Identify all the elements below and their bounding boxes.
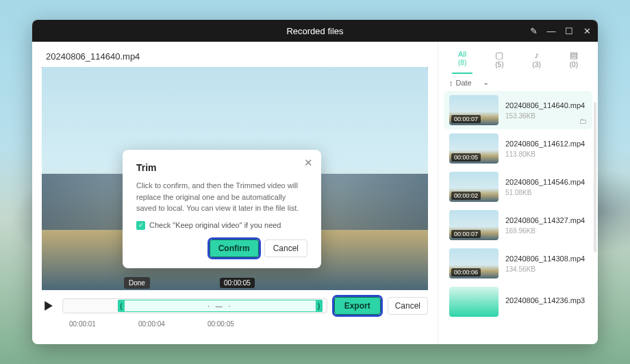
audio-icon: ♪ [521,50,553,60]
sort-icon: ↕ [449,79,453,87]
file-name: 20240806_114546.mp4 [505,178,587,186]
open-folder-icon[interactable]: 🗀 [579,117,587,125]
trim-handle-end[interactable]: ) [316,300,323,311]
file-size: 134.56KB [505,265,587,273]
file-thumbnail: 00:00:07 [449,210,499,240]
file-list: 00:00:0720240806_114640.mp4153.36KB🗀00:0… [438,91,598,344]
titlebar: Recorded files ✎ ― ☐ ✕ [32,20,598,42]
file-name: 20240806_114640.mp4 [505,101,587,109]
image-icon: ▤ [558,50,590,60]
keep-original-checkbox[interactable]: ✓ Check "Keep original video" if you nee… [136,221,307,230]
file-filter-tabs: All(8) ▢(5) ♪(3) ▤(0) [438,42,598,71]
trim-handle-start[interactable]: ( [118,300,125,311]
tab-all[interactable]: All(8) [446,47,478,71]
playhead-time-tooltip: 00:00:05 [220,278,255,288]
file-thumbnail: 00:00:05 [449,133,499,164]
file-thumbnail: 00:00:02 [449,172,499,202]
trim-selection[interactable]: ( · — · ) [118,300,323,312]
chevron-down-icon: ⌄ [483,78,489,87]
done-tooltip: Done [124,277,150,289]
list-item[interactable]: 00:00:0620240806_114308.mp4134.56KB [444,244,592,283]
modal-message: Click to confirm, and then the Trimmed v… [136,180,307,214]
checkbox-checked-icon: ✓ [136,221,145,230]
timeline-ticks: 00:00:01 00:00:04 00:00:05 [42,315,428,337]
tab-image[interactable]: ▤(0) [558,47,590,71]
file-name: 20240806_114612.mp4 [505,140,587,148]
duration-badge: 00:00:02 [451,192,481,200]
file-size: 113.80KB [505,151,587,158]
file-size: 169.96KB [505,227,587,235]
tab-audio[interactable]: ♪(3) [521,47,553,71]
modal-cancel-button[interactable]: Cancel [264,239,307,257]
file-size: 51.08KB [505,189,587,196]
tick-label: 00:00:04 [138,320,165,328]
duration-badge: 00:00:05 [451,153,481,161]
confirm-button[interactable]: Confirm [210,239,259,257]
edit-icon[interactable]: ✎ [525,23,542,39]
file-list-panel: All(8) ▢(5) ♪(3) ▤(0) ↕ Date ⌄ 00:00:072… [438,42,598,344]
modal-close-icon[interactable]: ✕ [304,157,313,169]
file-thumbnail: 00:00:06 [449,248,499,278]
list-item[interactable]: 00:00:0220240806_114546.mp451.08KB [444,168,592,206]
checkbox-label: Check "Keep original video" if you need [149,221,281,229]
file-thumbnail: 00:00:07 [449,95,499,125]
tab-video[interactable]: ▢(5) [483,47,515,71]
sort-label: Date [456,79,472,87]
maximize-icon[interactable]: ☐ [561,23,577,39]
list-item[interactable]: 00:00:0720240806_114327.mp4169.96KB [444,206,592,244]
close-icon[interactable]: ✕ [579,23,595,39]
editor-panel: 20240806_114640.mp4 Done 00:00:05 ( · — … [32,42,438,344]
scrollbar[interactable] [594,102,596,252]
tick-label: 00:00:01 [69,320,96,328]
current-filename: 20240806_114640.mp4 [32,42,438,67]
file-thumbnail [449,287,499,317]
minimize-icon[interactable]: ― [543,23,559,39]
trim-track[interactable]: ( · — · ) [62,298,327,313]
list-item[interactable]: 00:00:0720240806_114640.mp4153.36KB🗀 [444,91,592,129]
cancel-button[interactable]: Cancel [388,297,428,315]
trim-confirm-modal: ✕ Trim Click to confirm, and then the Tr… [123,150,321,268]
export-button[interactable]: Export [334,297,381,315]
tick-label: 00:00:05 [207,320,234,328]
file-name: 20240806_114308.mp4 [505,255,587,263]
sort-dropdown[interactable]: ↕ Date ⌄ [438,71,598,91]
duration-badge: 00:00:06 [451,268,481,276]
video-icon: ▢ [483,50,515,60]
duration-badge: 00:00:07 [451,115,481,123]
list-item[interactable]: 20240806_114236.mp3 [444,283,592,321]
duration-badge: 00:00:07 [451,230,481,238]
window-title: Recorded files [286,26,343,36]
app-window: Recorded files ✎ ― ☐ ✕ 20240806_114640.m… [32,20,598,344]
file-size: 153.36KB [505,112,587,120]
play-button[interactable] [42,299,55,313]
list-item[interactable]: 00:00:0520240806_114612.mp4113.80KB [444,129,592,168]
file-name: 20240806_114236.mp3 [505,296,587,304]
trim-selection-marker: · — · [207,302,232,310]
modal-title: Trim [136,162,307,173]
file-name: 20240806_114327.mp4 [505,216,587,224]
